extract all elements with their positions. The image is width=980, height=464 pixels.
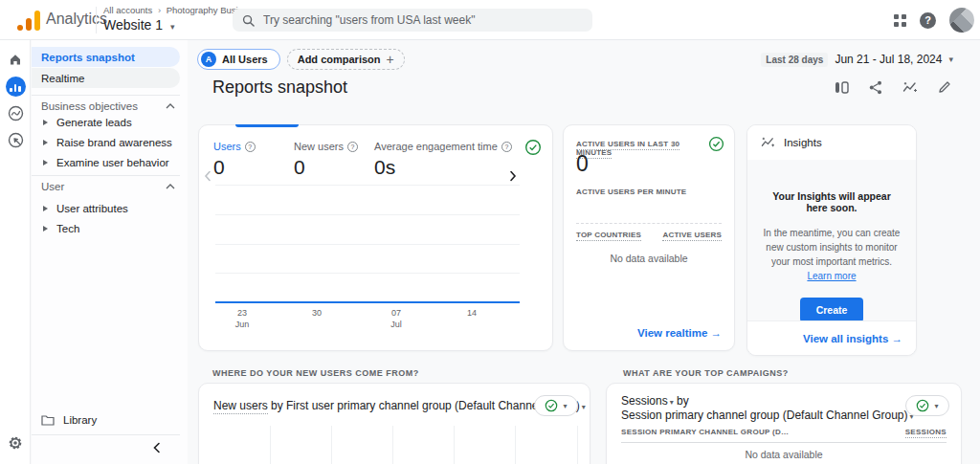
metric-dropdown[interactable]: Sessions [621,394,668,408]
help-tooltip-icon[interactable]: ? [347,142,358,152]
product-name: Analytics [46,11,107,28]
date-preset-badge: Last 28 days [761,53,828,67]
chart-gridline [215,244,520,245]
controls-row: A All Users Add comparison + Last 28 day… [197,48,953,71]
expand-arrow-icon [43,160,48,166]
insights-body: Your Insights will appear here soon. In … [747,160,916,320]
help-tooltip-icon[interactable]: ? [245,142,256,152]
advertising-icon[interactable] [0,126,31,153]
active-tab-indicator [235,124,299,127]
data-quality-dropdown[interactable]: ▾ [905,395,949,416]
nav-item-examine-user-behavior[interactable]: Examine user behavior [43,157,169,168]
nav-section-business-objectives[interactable]: Business objectives [41,100,175,112]
admin-gear-icon[interactable] [0,435,31,451]
learn-more-link[interactable]: Learn more [807,271,856,281]
chart-gridline [270,426,271,464]
all-users-chip[interactable]: A All Users [197,49,280,70]
realtime-card: ACTIVE USERS IN LAST 30 MINUTES 0 ACTIVE… [563,124,735,351]
metric-value: 0 [294,156,374,179]
reports-icon[interactable] [0,73,31,99]
metric-label: Average engagement time [374,141,498,152]
report-nav: Reports snapshot Realtime Business objec… [32,40,188,464]
insights-icon[interactable] [902,80,918,95]
help-tooltip-icon[interactable]: ? [501,142,512,152]
nav-item-label: Examine user behavior [56,157,169,168]
nav-section-label: Business objectives [41,100,138,112]
x-axis-tick: 30 [296,308,338,320]
caret-down-icon[interactable]: ▾ [582,403,586,411]
tab-average-engagement-time[interactable]: Average engagement time ? 0s [374,141,527,179]
table-header-rule [621,442,947,443]
nav-section-label: User [41,181,64,192]
chart-gridline [515,426,516,464]
create-insight-button[interactable]: Create [800,298,864,322]
add-comparison-button[interactable]: Add comparison + [287,49,405,70]
explore-icon[interactable] [0,99,31,126]
caret-down-icon: ▾ [948,55,953,64]
check-circle-icon [916,399,929,412]
date-range-selector[interactable]: Last 28 days Jun 21 - Jul 18, 2024 ▾ [761,53,953,67]
comparison-chips: A All Users Add comparison + [197,49,405,70]
section-label-new-users: WHERE DO YOUR NEW USERS COME FROM? [212,368,419,378]
nav-item-label: Generate leads [56,117,132,128]
empty-state-text: No data available [607,449,961,460]
data-quality-icon[interactable] [524,139,542,160]
metric-label: Users [213,141,241,152]
nav-item-realtime[interactable]: Realtime [32,68,180,88]
plus-icon: + [387,52,394,67]
data-quality-dropdown[interactable]: ▾ [534,395,578,416]
sessions-column-header: SESSIONS [905,428,947,438]
nav-item-label: User attributes [56,203,128,214]
nav-item-raise-brand-awareness[interactable]: Raise brand awareness [43,137,172,148]
chart-gridline [215,214,520,215]
help-icon[interactable]: ? [920,12,936,29]
card-title-line2: Session primary channel group (Default C… [621,409,914,422]
nav-item-label: Raise brand awareness [56,137,172,148]
tab-users[interactable]: Users ? 0 [213,141,294,179]
nav-item-tech[interactable]: Tech [43,223,79,234]
dimension-dropdown[interactable]: Session primary channel group (Default C… [621,409,908,422]
table-header-row: SESSION PRIMARY CHANNEL GROUP (D… SESSIO… [621,428,947,438]
page-title: Reports snapshot [212,77,347,98]
nav-item-reports-snapshot[interactable]: Reports snapshot [32,47,180,67]
report-toolbar [835,80,951,95]
new-users-by-channel-card: New users by First user primary channel … [198,383,590,464]
realtime-title: ACTIVE USERS IN LAST 30 MINUTES [576,140,699,157]
metrics-overview-card: Users ? 0 New users ? 0 Average engageme… [198,124,553,351]
customize-report-icon[interactable] [938,80,951,94]
nav-item-library[interactable]: Library [41,414,97,426]
nav-item-generate-leads[interactable]: Generate leads [43,117,132,128]
carousel-prev-icon[interactable] [203,169,212,187]
edit-comparisons-icon[interactable] [835,80,849,95]
metric-value: 0 [213,156,294,179]
metric-dropdown[interactable]: New users [213,399,268,414]
data-quality-icon[interactable] [708,136,724,156]
collapse-nav-icon[interactable] [151,441,163,458]
expand-arrow-icon [43,226,48,232]
section-label-campaigns: WHAT ARE YOUR TOP CAMPAIGNS? [623,368,789,378]
nav-section-user[interactable]: User [41,181,175,192]
view-all-insights-link[interactable]: View all insights → [803,333,902,344]
chart-gridline [392,426,393,464]
search-input[interactable] [263,13,583,27]
title-row: Reports snapshot [212,75,951,99]
share-icon[interactable] [869,80,882,95]
apps-grid-icon[interactable] [894,14,906,27]
caret-down-icon: ▾ [170,22,175,32]
avatar[interactable] [949,8,974,33]
folder-icon [41,414,55,426]
chip-label: All Users [222,54,268,65]
nav-divider [32,95,180,96]
home-icon[interactable] [0,46,31,73]
nav-item-label: Reports snapshot [41,52,135,63]
breadcrumb-separator-icon: › [158,5,161,15]
insights-card: Insights Your Insights will appear here … [746,124,917,356]
search-bar[interactable] [233,9,592,32]
tab-new-users[interactable]: New users ? 0 [294,141,374,179]
comparison-badge: A [201,52,216,67]
nav-item-user-attributes[interactable]: User attributes [43,203,128,214]
icon-rail [0,40,31,464]
view-realtime-link[interactable]: View realtime → [637,327,722,339]
metric-label: New users [294,141,344,152]
nav-item-label: Realtime [41,73,84,84]
